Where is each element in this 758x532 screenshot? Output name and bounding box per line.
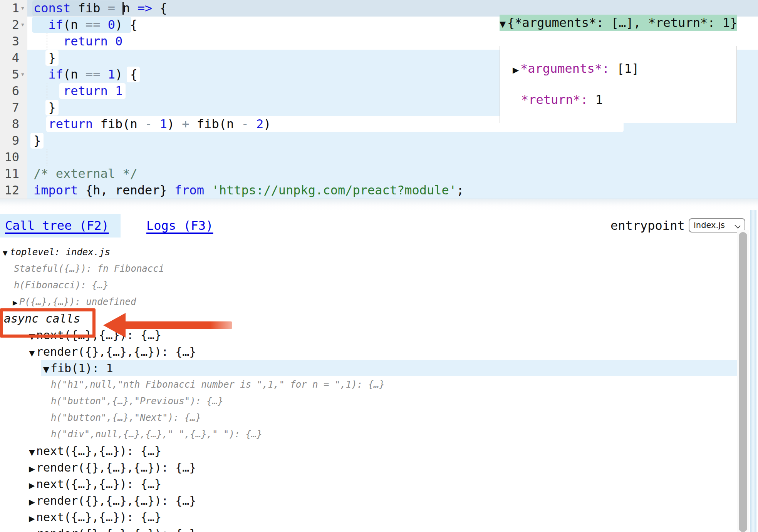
expand-icon[interactable]: ▶ — [513, 62, 520, 79]
tree-row-render-1[interactable]: ▼render({},{…},{…}): {…} — [0, 343, 737, 360]
code-text: /* external */ — [34, 166, 138, 182]
fold-arrow-icon[interactable]: ▾ — [21, 66, 24, 83]
tree-row-h-fibonacci[interactable]: h(Fibonacci): {…} — [0, 277, 737, 294]
tree-row-label: h(Fibonacci): {…} — [14, 280, 109, 291]
code-line: 12import {h, render} from 'https://unpkg… — [0, 182, 758, 199]
line-number: 9 — [0, 132, 19, 149]
debug-value-tooltip: ▼{*arguments*: […], *return*: 1} ▶*argum… — [500, 0, 737, 138]
tree-row-h-button-next[interactable]: h("button",{…},"Next"): {…} — [0, 410, 737, 426]
tab-call-tree[interactable]: Call tree (F2) — [0, 214, 121, 238]
call-tree: ▼toplevel: index.jsStateful({…}): fn Fib… — [0, 244, 737, 532]
tree-row-label: h("button",{…},"Previous"): {…} — [51, 396, 223, 407]
collapse-icon[interactable]: ▼ — [500, 16, 507, 33]
line-number: 6 — [0, 83, 19, 99]
tree-row-next-3[interactable]: ▶next({…},{…}): {…} — [0, 476, 737, 492]
code-text: import {h, render} from 'https://unpkg.c… — [34, 182, 464, 199]
line-number: 2 — [0, 17, 19, 33]
annotation-arrow-shaft — [125, 321, 232, 329]
line-number: 12 — [0, 182, 19, 199]
chevron-down-icon — [735, 223, 740, 228]
tree-row-label: render({},{…},{…}): {…} — [36, 527, 196, 532]
fold-arrow-icon[interactable]: ▾ — [21, 17, 24, 33]
tree-row-label: h("button",{…},"Next"): {…} — [51, 412, 201, 423]
tree-row-render-2[interactable]: ▶render({},{…},{…}): {…} — [0, 459, 737, 476]
tooltip-arguments-key: *arguments*: — [520, 61, 609, 76]
tree-row-label: fib(1): 1 — [50, 361, 113, 375]
tree-row-label: render({},{…},{…}): {…} — [36, 345, 196, 358]
tree-row-label: next({…},{…}): {…} — [36, 510, 161, 524]
tree-row-label: h("div",null,{…},{…}," ",{…}," "): {…} — [51, 429, 262, 440]
code-text: if(n == 1) { — [34, 66, 138, 83]
tree-row-next-4[interactable]: ▶next({…},{…}): {…} — [0, 509, 737, 525]
code-line: 10 — [0, 149, 758, 166]
expand-icon[interactable]: ▶ — [29, 527, 36, 532]
code-text: return 0 — [34, 33, 122, 50]
line-number: 3 — [0, 33, 19, 50]
tab-logs[interactable]: Logs (F3) — [146, 214, 213, 238]
code-text: const fib = n => { — [34, 0, 167, 17]
tree-row-h-button-prev[interactable]: h("button",{…},"Previous"): {…} — [0, 393, 737, 410]
tree-row-label: P({…},{…}): undefined — [19, 296, 136, 307]
expand-icon[interactable]: ▶ — [29, 477, 36, 494]
fold-arrow-icon[interactable]: ▾ — [21, 0, 24, 17]
tooltip-summary-text: {*arguments*: […], *return*: 1} — [507, 15, 737, 30]
tab-call-tree-label[interactable]: Call tree (F2) — [5, 218, 109, 233]
tooltip-arguments-value: [1] — [609, 61, 639, 76]
line-number: 5 — [0, 66, 19, 83]
code-text: return 1 — [34, 83, 122, 99]
code-text: } — [34, 50, 56, 66]
collapse-icon[interactable]: ▼ — [43, 361, 50, 378]
line-number: 7 — [0, 99, 19, 116]
expand-icon[interactable]: ▶ — [29, 461, 36, 477]
panel-edge-strip — [750, 210, 756, 532]
tree-row-render-3[interactable]: ▶render({},{…},{…}): {…} — [0, 492, 737, 509]
indent-guide — [47, 149, 47, 166]
tree-row-p-call[interactable]: ▶P({…},{…}): undefined — [0, 294, 737, 310]
code-text: } — [34, 99, 56, 116]
tooltip-arguments-row[interactable]: ▶*arguments*: [1] — [500, 60, 736, 77]
tree-row-label: next({…},{…}): {…} — [36, 444, 161, 458]
tree-row-stateful[interactable]: Stateful({…}): fn Fibonacci — [0, 261, 737, 277]
line-number: 8 — [0, 116, 19, 132]
panel-divider[interactable] — [0, 199, 758, 210]
tree-row-label: toplevel: index.js — [10, 247, 110, 258]
annotation-arrow-icon — [103, 313, 126, 338]
tree-row-toplevel[interactable]: ▼toplevel: index.js — [0, 244, 737, 261]
tree-row-render-4[interactable]: ▶render({},{…},{…}): {…} — [0, 525, 737, 532]
tree-row-label: h("h1",null,"nth Fibonacci number is ",1… — [51, 379, 385, 390]
tree-row-label: next({…},{…}): {…} — [36, 477, 161, 491]
entrypoint-selected-value: index.js — [694, 219, 725, 232]
code-text: } — [34, 132, 41, 149]
tree-row-next-2[interactable]: ▼next({…},{…}): {…} — [0, 443, 737, 459]
tree-row-h-div[interactable]: h("div",null,{…},{…}," ",{…}," "): {…} — [0, 426, 737, 443]
tooltip-body: ▶*arguments*: [1] *return*: 1 — [500, 46, 737, 123]
collapse-icon[interactable]: ▼ — [3, 245, 10, 261]
tooltip-return-value: 1 — [588, 92, 603, 107]
expand-icon[interactable]: ▶ — [29, 494, 36, 510]
line-number: 1 — [0, 0, 19, 17]
annotation-red-box — [0, 308, 96, 338]
collapse-icon[interactable]: ▼ — [29, 444, 36, 461]
tree-row-label: render({},{…},{…}): {…} — [36, 494, 196, 507]
tooltip-return-row: *return*: 1 — [500, 92, 736, 108]
line-number: 4 — [0, 50, 19, 66]
app-window: 1▾const fib = n => {2▾ if(n == 0) {3 ret… — [0, 0, 758, 532]
tree-row-fib-1[interactable]: ▼fib(1): 1 — [0, 360, 737, 376]
tooltip-return-key: *return*: — [521, 92, 588, 107]
tooltip-summary-row[interactable]: ▼{*arguments*: […], *return*: 1} — [500, 15, 737, 31]
code-line: 11/* external */ — [0, 166, 758, 182]
code-text: if(n == 0) { — [34, 17, 138, 33]
tree-row-h-h1[interactable]: h("h1",null,"nth Fibonacci number is ",1… — [0, 376, 737, 393]
tree-row-label: render({},{…},{…}): {…} — [36, 461, 196, 474]
debugger-panel: Call tree (F2) Logs (F3) entrypoint inde… — [0, 210, 758, 532]
text-cursor — [122, 2, 124, 15]
line-number: 11 — [0, 166, 19, 182]
line-number: 10 — [0, 149, 19, 166]
code-text: return fib(n - 1) + fib(n - 2) — [34, 116, 271, 132]
collapse-icon[interactable]: ▼ — [29, 345, 36, 361]
tab-logs-label[interactable]: Logs (F3) — [146, 218, 213, 233]
entrypoint-label: entrypoint — [610, 214, 685, 238]
tree-row-label: Stateful({…}): fn Fibonacci — [14, 263, 164, 274]
scrollbar-thumb[interactable] — [739, 232, 747, 532]
expand-icon[interactable]: ▶ — [29, 510, 36, 527]
